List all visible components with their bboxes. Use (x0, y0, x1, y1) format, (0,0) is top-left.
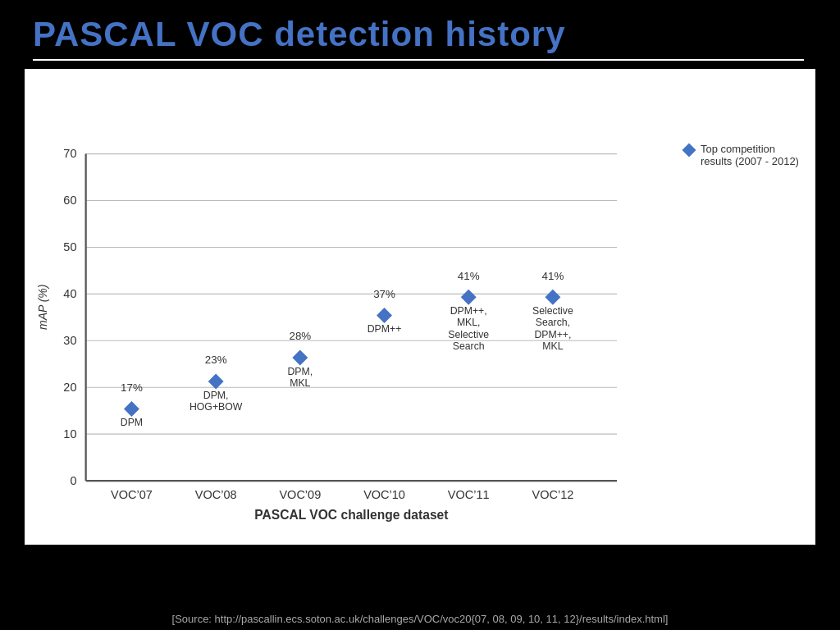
svg-text:MKL: MKL (290, 377, 310, 389)
svg-text:Selective: Selective (448, 329, 489, 340)
svg-text:MKL,: MKL, (457, 317, 481, 328)
chart-svg: 0 10 20 30 40 (49, 77, 672, 536)
svg-text:10: 10 (63, 427, 76, 441)
svg-text:Selective: Selective (532, 305, 573, 317)
svg-text:40: 40 (63, 287, 76, 300)
svg-text:VOC’07: VOC’07 (111, 488, 153, 501)
svg-text:17%: 17% (121, 381, 143, 394)
svg-text:60: 60 (63, 194, 76, 207)
svg-text:DPM: DPM (121, 417, 143, 428)
svg-text:VOC’12: VOC’12 (532, 488, 574, 501)
legend-label: Top competition results (2007 - 2012) (701, 143, 807, 167)
data-point-voc11 (461, 290, 477, 305)
data-point-voc10 (377, 308, 392, 323)
svg-text:VOC’09: VOC’09 (279, 488, 321, 501)
svg-text:28%: 28% (289, 330, 311, 342)
svg-text:DPM++: DPM++ (368, 323, 402, 335)
chart-with-legend: 0 10 20 30 40 (49, 77, 807, 536)
chart-plot-container: 0 10 20 30 40 (49, 77, 672, 536)
svg-text:HOG+BOW: HOG+BOW (189, 401, 243, 413)
svg-text:0: 0 (70, 474, 76, 487)
svg-text:DPM++,: DPM++, (534, 329, 571, 340)
svg-text:DPM++,: DPM++, (450, 305, 487, 317)
legend-diamond (682, 144, 696, 158)
svg-text:23%: 23% (205, 354, 227, 366)
source-line: [Source: http://pascallin.ecs.soton.ac.u… (0, 613, 840, 625)
svg-text:PASCAL VOC challenge dataset: PASCAL VOC challenge dataset (254, 508, 448, 522)
slide-title: PASCAL VOC detection history (33, 15, 807, 54)
svg-text:70: 70 (63, 147, 76, 160)
svg-text:37%: 37% (373, 288, 395, 300)
y-axis-label: mAP (%) (33, 77, 49, 536)
chart-area: mAP (%) 0 10 20 (25, 69, 815, 545)
svg-text:30: 30 (63, 334, 76, 347)
svg-text:VOC’08: VOC’08 (195, 488, 237, 501)
svg-text:VOC’11: VOC’11 (448, 488, 490, 501)
svg-text:50: 50 (63, 240, 76, 253)
svg-text:VOC’10: VOC’10 (363, 488, 405, 501)
svg-text:DPM,: DPM, (203, 390, 229, 401)
chart-legend: Top competition results (2007 - 2012) (672, 77, 807, 536)
title-area: PASCAL VOC detection history (0, 0, 840, 69)
svg-text:DPM,: DPM, (287, 366, 313, 377)
svg-text:20: 20 (63, 381, 76, 394)
svg-text:MKL: MKL (542, 340, 563, 352)
svg-text:41%: 41% (458, 270, 480, 282)
data-point-voc09 (292, 349, 308, 365)
legend-item-top: Top competition results (2007 - 2012) (684, 143, 807, 167)
slide: PASCAL VOC detection history mAP (%) 0 (0, 0, 840, 630)
chart-inner: mAP (%) 0 10 20 (33, 77, 807, 536)
data-point-voc07 (124, 401, 139, 417)
data-point-voc12 (545, 290, 560, 305)
svg-text:Search,: Search, (536, 317, 570, 328)
title-underline (33, 59, 804, 61)
data-point-voc08 (208, 373, 224, 389)
svg-text:41%: 41% (542, 270, 564, 282)
svg-text:Search: Search (453, 340, 485, 352)
